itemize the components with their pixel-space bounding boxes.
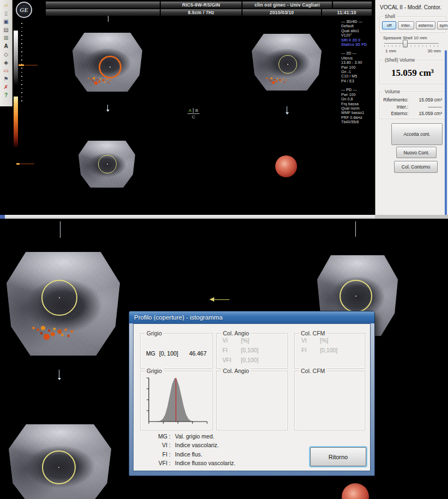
- params-pd-header: --- PD ---: [341, 88, 375, 92]
- param-line: 13.80 - 3.90: [341, 61, 375, 65]
- param-line: C10 / M5: [341, 74, 375, 79]
- grayscale-map-bar: [14, 31, 18, 85]
- accetta-cont-button[interactable]: Accetta cont.: [391, 123, 443, 145]
- param-line: Qual norm: [341, 106, 375, 111]
- shell-inter-button[interactable]: inter.: [398, 21, 414, 29]
- dialog-title-bar[interactable]: Profilo (coperture) - istogramma: [129, 311, 374, 323]
- screenshot-root: ▱ ▯ ▣ ▤ ⊞ A ◇ ◈ ▭ ⚑ ✗ ? GE RIC5-9W-RS/GI…: [0, 0, 448, 499]
- new-document-icon[interactable]: ▯: [2, 10, 10, 17]
- 3d-render-ball[interactable]: [275, 155, 297, 177]
- header-bar-row1: RIC5-9W-RS/GIN clin ost ginec - Univ Cag…: [46, 1, 372, 8]
- vocal-contour-c[interactable]: [98, 155, 117, 173]
- legend-desc: Val. grigio med.: [171, 432, 214, 441]
- volume-row: Riferimento: 15.059 cm³: [382, 97, 442, 104]
- mg-value: 46.467: [189, 350, 207, 357]
- 3d-render-ball-partial[interactable]: [342, 483, 369, 499]
- shell-thickness-group: Spessore Shell 10 mm 1 mm 30 mm: [379, 35, 446, 56]
- param-line: PRF 0.6kHz: [341, 116, 375, 120]
- time-label: 11:41:10: [322, 9, 372, 16]
- save-icon[interactable]: ▣: [2, 18, 10, 26]
- vocal-contour-a[interactable]: [99, 56, 122, 79]
- quadrant-a-label[interactable]: A: [187, 108, 193, 113]
- open-file-icon[interactable]: ▱: [2, 2, 10, 9]
- shell-thickness-slider-thumb[interactable]: [403, 40, 408, 47]
- shell-thickness-slider-ticks: [384, 45, 439, 47]
- focus-marker-icon[interactable]: [16, 163, 20, 165]
- legend-desc: Indice vascolariz.: [171, 441, 219, 449]
- shell-thickness-slider-track[interactable]: [384, 43, 439, 44]
- help-icon[interactable]: ?: [2, 92, 10, 99]
- shell-volume-label: (Shell) Volume: [383, 57, 416, 63]
- params-2d-header: --- 2D ---: [341, 51, 375, 56]
- print-icon[interactable]: ▤: [2, 26, 10, 34]
- ritorno-button[interactable]: Ritorno: [310, 447, 366, 466]
- legend-row: MG : Val. grigio med.: [150, 432, 235, 441]
- diamond-marker-icon[interactable]: ◇: [2, 51, 10, 58]
- mini-toolbar: ▱ ▯ ▣ ▤ ⊞ A ◇ ◈ ▭ ⚑ ✗ ?: [0, 0, 13, 106]
- legend-row: VI : Indice vascolariz.: [150, 441, 235, 449]
- diamond-marker-filled-icon[interactable]: ◈: [2, 59, 10, 67]
- vocal-contour-b-large[interactable]: [340, 280, 372, 312]
- screen-divider-right: [375, 215, 448, 219]
- param-line: Qual alto1: [341, 29, 375, 33]
- text-annotation-icon[interactable]: A: [2, 43, 10, 50]
- shell-esterno-button[interactable]: esterno: [416, 21, 435, 29]
- grigio-histogram-group: Grigio: [140, 371, 213, 430]
- quadrant-c-label[interactable]: C: [187, 114, 199, 119]
- axis-tick: [355, 221, 356, 237]
- nuovo-cont-button[interactable]: Nuovo Cont.: [396, 147, 437, 158]
- shell-group-label: Shell: [383, 14, 397, 19]
- param-line: Tb40/55/6: [341, 120, 375, 124]
- network-icon[interactable]: ⊞: [2, 34, 10, 42]
- fi-label: FI: [222, 347, 227, 353]
- quadrant-selector[interactable]: A B C: [187, 108, 199, 119]
- volume-group-label: Volume: [383, 89, 402, 94]
- focus-marker-icon[interactable]: [19, 64, 24, 66]
- grigio-histogram-label: Grigio: [145, 368, 164, 374]
- fi-label: FI: [301, 347, 306, 353]
- params-pd: --- PD --- Pwr 100 Gn 0.8 Frq bassa Qual…: [341, 88, 375, 124]
- mg-label: MG: [146, 350, 155, 357]
- angio-group-label: Col. Angio: [221, 330, 251, 336]
- pointer-arrow-icon[interactable]: [209, 297, 214, 302]
- mg-range: [0, 100]: [159, 350, 178, 357]
- acquisition-params-overlay: --- 3D/4D --- Default Qual alto1 V120° S…: [341, 20, 375, 129]
- param-line: P4 / E3: [341, 79, 375, 83]
- param-line: Pwr 100: [341, 93, 375, 97]
- histogram-dialog: Profilo (coperture) - istogramma Grigio …: [129, 311, 375, 476]
- vocal-contour-c-large[interactable]: [42, 450, 76, 484]
- quadrant-b-label[interactable]: B: [193, 108, 199, 113]
- legend-key: MG :: [150, 432, 171, 441]
- param-line: Uterus: [341, 56, 375, 61]
- volume-row-value: ———: [414, 104, 442, 111]
- flag-pointer-icon[interactable]: ⚑: [2, 75, 10, 83]
- shell-sym-button[interactable]: sym.: [437, 21, 448, 29]
- vi-range: [%]: [241, 337, 249, 344]
- panel-scrollbar[interactable]: [445, 50, 447, 217]
- delete-measure-icon[interactable]: ✗: [2, 83, 10, 91]
- vfi-range: [0,100]: [241, 357, 258, 363]
- focus-marker-line: [20, 164, 34, 164]
- cfm-values-group: Col. CFM VI [%] FI [0,100]: [294, 333, 365, 369]
- vocal-contour-a-large[interactable]: [41, 280, 77, 316]
- param-line-sri: SRI II 2D 0: [341, 38, 375, 43]
- section-position-arrow-icon[interactable]: [287, 106, 287, 114]
- legend-key: VFI :: [150, 459, 171, 467]
- vocal-panel: VOCAL II - Modif. Contor. Shell off inte…: [375, 0, 448, 219]
- shell-off-button[interactable]: off: [382, 21, 396, 29]
- shell-volume-group: (Shell) Volume 15.059 cm³: [379, 60, 446, 84]
- eraser-icon[interactable]: ▭: [2, 67, 10, 75]
- vocal-contour-b[interactable]: [279, 55, 297, 74]
- shell-volume-value: 15.059 cm³: [380, 68, 445, 79]
- volume-row-value: 15.059 cm³: [414, 97, 442, 104]
- param-line: Frq bassa: [341, 102, 375, 106]
- legend-key: VI :: [150, 441, 171, 449]
- section-position-arrow-icon[interactable]: [59, 370, 59, 380]
- col-contorno-button[interactable]: Col. Contorno: [394, 161, 438, 173]
- doppler-signal: [266, 77, 267, 79]
- section-position-arrow-icon[interactable]: [107, 105, 108, 111]
- grigio-values-group: Grigio MG [0, 100] 46.467: [140, 333, 213, 369]
- dialog-client-area: Grigio MG [0, 100] 46.467 Col. Angio VI …: [133, 323, 371, 471]
- shell-group: Shell off inter. esterno sym.: [379, 16, 446, 33]
- vocal-panel-title: VOCAL II - Modif. Contor.: [380, 4, 441, 10]
